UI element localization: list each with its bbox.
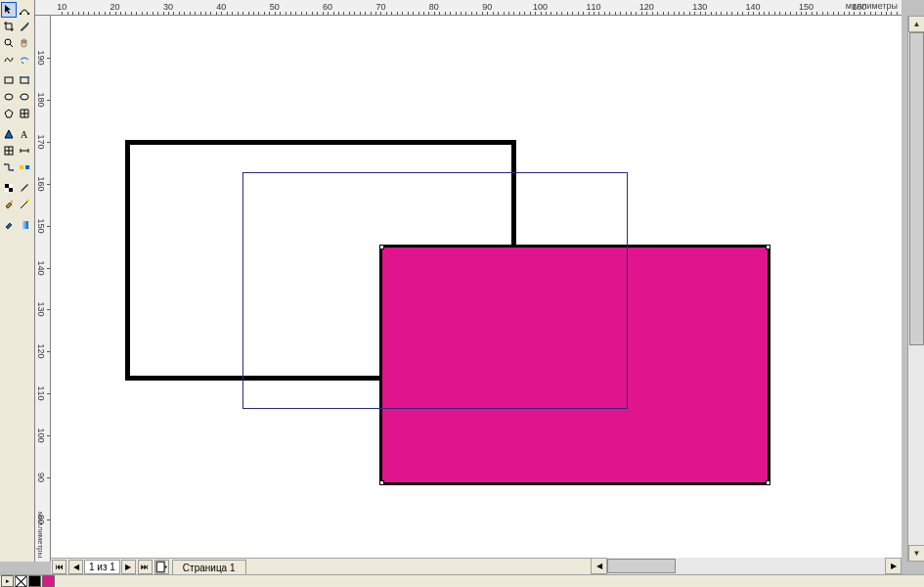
scroll-right-button[interactable]: ▶	[885, 558, 902, 574]
svg-rect-1	[27, 13, 29, 15]
ellipse-tool[interactable]	[1, 89, 17, 105]
resize-handle[interactable]	[379, 480, 384, 485]
resize-handle[interactable]	[766, 245, 770, 249]
thin-outline-rectangle[interactable]	[242, 172, 628, 409]
ruler-tick-label: 60	[323, 2, 332, 12]
color-palette-bar: ▸	[0, 574, 924, 587]
horizontal-scrollbar[interactable]: ◀▶	[591, 558, 902, 574]
3point-rectangle-tool[interactable]	[18, 72, 33, 88]
svg-rect-22	[25, 165, 29, 169]
zoom-tool[interactable]	[1, 35, 17, 51]
ruler-tick-label: 110	[36, 386, 46, 401]
svg-rect-4	[5, 77, 13, 83]
toolbox: A	[0, 0, 35, 562]
rectangle-tool[interactable]	[1, 72, 17, 88]
graph-paper-tool[interactable]	[18, 106, 33, 121]
interactive-blend-tool[interactable]	[18, 159, 33, 175]
svg-rect-30	[156, 562, 164, 571]
ruler-tick-label: 100	[36, 429, 46, 443]
svg-point-27	[11, 201, 13, 203]
ruler-tick-label: 110	[586, 2, 600, 12]
ruler-tick-label: 140	[36, 260, 46, 275]
svg-point-6	[20, 76, 22, 78]
ruler-tick-label: 40	[216, 2, 226, 12]
palette-menu-button[interactable]: ▸	[1, 575, 14, 587]
ruler-tick-label: 10	[57, 2, 66, 12]
basic-shapes-tool[interactable]	[1, 126, 17, 142]
ruler-tick-label: 170	[36, 134, 46, 149]
svg-rect-19	[4, 163, 6, 165]
page-indicator[interactable]: 1 из 1	[84, 560, 120, 574]
next-page-button[interactable]: ▶	[121, 560, 136, 574]
pick-tool[interactable]	[1, 2, 17, 18]
color-eyedropper-tool[interactable]	[18, 180, 33, 196]
svg-rect-26	[5, 188, 9, 192]
ruler-tick-label: 100	[533, 2, 548, 12]
svg-rect-0	[20, 13, 22, 15]
magenta-swatch[interactable]	[42, 575, 55, 587]
prev-page-button[interactable]: ◀	[68, 560, 83, 574]
pan-tool[interactable]	[18, 35, 33, 51]
ruler-tick-label: 160	[36, 176, 46, 191]
svg-point-9	[5, 94, 13, 100]
smart-fill-tool[interactable]	[1, 197, 17, 212]
transparency-tool[interactable]	[1, 180, 17, 196]
black-swatch[interactable]	[28, 575, 41, 587]
canvas[interactable]	[51, 16, 902, 562]
last-page-button[interactable]: ⏭	[138, 560, 153, 574]
ruler-tick-label: 80	[429, 2, 439, 12]
ruler-tick-label: 120	[36, 344, 46, 359]
scroll-up-button[interactable]: ▲	[908, 16, 924, 32]
smart-drawing-tool[interactable]	[18, 52, 33, 68]
text-tool[interactable]: A	[18, 126, 33, 142]
scroll-down-button[interactable]: ▼	[908, 545, 924, 562]
svg-point-11	[20, 96, 22, 98]
ruler-tick-label: 130	[692, 2, 707, 12]
ruler-tick-label: 140	[746, 2, 761, 12]
ruler-tick-label: 160	[852, 2, 866, 12]
svg-rect-24	[9, 188, 13, 192]
vertical-ruler: миллиметры 19018017016015014013012011010…	[35, 16, 51, 562]
svg-point-10	[21, 94, 28, 100]
scroll-left-button[interactable]: ◀	[591, 558, 607, 574]
page-tab[interactable]: Страница 1	[172, 560, 246, 574]
ruler-tick-label: 90	[36, 473, 46, 482]
svg-rect-23	[5, 184, 9, 188]
shape-tool[interactable]	[18, 2, 32, 18]
svg-marker-12	[5, 110, 13, 117]
add-page-button[interactable]	[154, 560, 169, 574]
svg-rect-29	[21, 221, 28, 229]
table-tool[interactable]	[1, 143, 17, 158]
ruler-tick-label: 80	[36, 515, 46, 524]
ruler-tick-label: 70	[375, 2, 385, 12]
horizontal-scroll-thumb[interactable]	[607, 559, 676, 573]
dimension-tool[interactable]	[18, 143, 33, 158]
svg-rect-25	[9, 184, 13, 188]
svg-point-7	[27, 76, 29, 78]
first-page-button[interactable]: ⏮	[52, 560, 66, 574]
3point-ellipse-tool[interactable]	[18, 89, 33, 105]
knife-tool[interactable]	[18, 19, 33, 34]
no-fill-swatch[interactable]	[15, 575, 27, 587]
svg-marker-13	[5, 130, 13, 138]
freehand-tool[interactable]	[1, 52, 17, 68]
interactive-fill-tool[interactable]	[18, 217, 33, 233]
ruler-tick-label: 120	[639, 2, 654, 12]
fill-tool[interactable]	[1, 217, 17, 233]
connector-tool[interactable]	[1, 159, 17, 175]
svg-rect-28	[26, 200, 29, 202]
resize-handle[interactable]	[766, 480, 770, 485]
polygon-tool[interactable]	[1, 106, 17, 121]
vertical-scroll-thumb[interactable]	[909, 32, 924, 345]
vertical-scrollbar[interactable]: ▲ ▼	[907, 16, 924, 562]
ruler-tick-label: 30	[163, 2, 173, 12]
svg-text:A: A	[21, 129, 28, 140]
outline-pen-tool[interactable]	[18, 197, 33, 212]
ruler-tick-label: 130	[36, 302, 46, 317]
ruler-tick-label: 90	[482, 2, 492, 12]
crop-tool[interactable]	[1, 19, 17, 34]
ruler-tick-label: 150	[799, 2, 814, 12]
svg-rect-20	[12, 169, 14, 171]
horizontal-ruler: миллиметры 10203040506070809010011012013…	[35, 0, 902, 16]
ruler-tick-label: 50	[270, 2, 280, 12]
